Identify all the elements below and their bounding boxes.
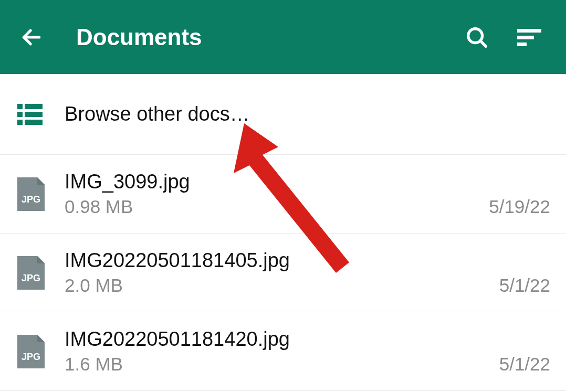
file-info: IMG20220501181420.jpg 1.6 MB [65,328,499,375]
file-type-icon: JPG [17,335,45,368]
file-type-icon: JPG [17,256,45,290]
svg-text:JPG: JPG [22,194,40,205]
browse-list-icon [17,104,43,125]
sort-icon [517,27,541,48]
file-row[interactable]: JPG IMG20220501181405.jpg 2.0 MB 5/1/22 [0,234,566,312]
search-button[interactable] [464,24,490,50]
file-info: IMG20220501181405.jpg 2.0 MB [65,249,499,296]
file-type-icon: JPG [17,177,45,211]
svg-rect-4 [517,36,534,39]
file-row[interactable]: JPG IMG20220501181420.jpg 1.6 MB 5/1/22 [0,312,566,391]
file-size: 1.6 MB [65,354,499,375]
svg-text:JPG: JPG [22,352,40,362]
search-icon [465,25,489,49]
file-date: 5/1/22 [499,275,550,296]
file-size: 2.0 MB [65,275,499,296]
sort-button[interactable] [516,24,542,50]
file-name: IMG_3099.jpg [65,171,489,193]
svg-rect-3 [517,29,541,33]
svg-line-2 [480,40,486,46]
svg-rect-5 [517,43,527,46]
file-name: IMG20220501181420.jpg [65,328,499,351]
file-date: 5/19/22 [489,196,550,217]
file-name: IMG20220501181405.jpg [65,249,499,272]
app-header: Documents [0,0,566,74]
file-date: 5/1/22 [499,354,550,375]
svg-text:JPG: JPG [22,273,40,283]
back-arrow-icon [20,26,43,49]
header-actions [464,24,550,50]
browse-label: Browse other docs… [65,103,250,125]
file-row[interactable]: JPG IMG_3099.jpg 0.98 MB 5/19/22 [0,155,566,234]
back-button[interactable] [16,22,47,53]
browse-other-docs[interactable]: Browse other docs… [0,74,566,155]
file-size: 0.98 MB [65,196,489,217]
file-info: IMG_3099.jpg 0.98 MB [65,171,489,217]
content-area: Browse other docs… JPG IMG_3099.jpg 0.98… [0,74,566,391]
page-title: Documents [76,24,464,50]
